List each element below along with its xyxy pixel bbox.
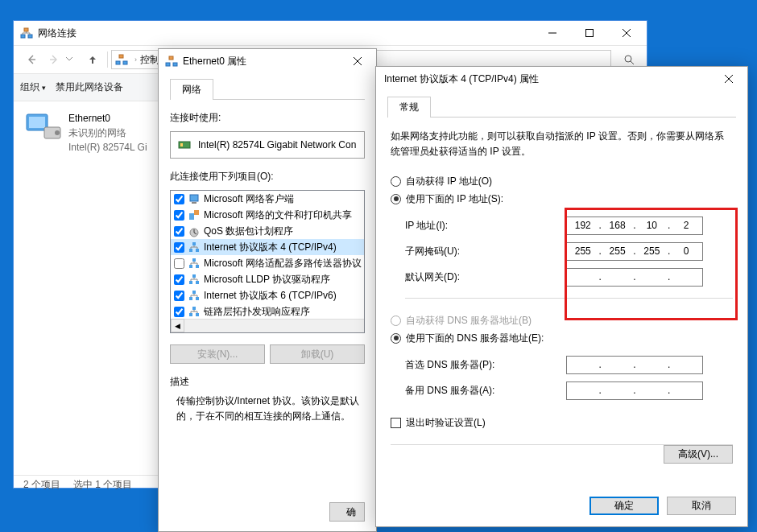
ok-button[interactable]: 确 <box>329 502 365 522</box>
component-item[interactable]: QoS 数据包计划程序 <box>171 223 364 239</box>
proto-icon <box>188 289 201 302</box>
component-label: Microsoft 网络适配器多路传送器协议 <box>204 257 362 270</box>
network-folder-icon <box>115 53 128 66</box>
ip-octet[interactable]: 2 <box>674 220 698 231</box>
advanced-button[interactable]: 高级(V)... <box>664 445 733 464</box>
svg-rect-2 <box>24 28 28 31</box>
subnet-mask-input[interactable]: 255.255.255.0 <box>566 242 703 261</box>
svg-rect-4 <box>586 30 594 37</box>
component-item[interactable]: Microsoft 网络的文件和打印机共享 <box>171 207 364 223</box>
share-icon <box>188 208 201 221</box>
uninstall-button[interactable]: 卸载(U) <box>270 344 365 364</box>
ok-button[interactable]: 确定 <box>589 497 659 515</box>
component-list[interactable]: Microsoft 网络客户端Microsoft 网络的文件和打印机共享QoS … <box>170 190 365 333</box>
svg-rect-44 <box>192 307 196 310</box>
window-title: 网络连接 <box>38 27 534 40</box>
svg-rect-37 <box>196 281 199 284</box>
ip-octet[interactable]: 255 <box>571 245 595 257</box>
titlebar[interactable]: Internet 协议版本 4 (TCP/IPv4) 属性 <box>376 67 747 91</box>
ip-address-input[interactable]: 192.168.10.2 <box>566 217 703 235</box>
radio-label: 自动获得 DNS 服务器地址(B) <box>406 314 532 328</box>
svg-rect-41 <box>192 291 196 294</box>
component-item[interactable]: Internet 协议版本 4 (TCP/IPv4) <box>171 239 364 255</box>
ip-octet[interactable]: 168 <box>606 220 630 231</box>
components-label: 此连接使用下列项目(O): <box>170 170 365 184</box>
validate-on-exit-checkbox[interactable]: 退出时验证设置(L) <box>391 416 733 430</box>
ethernet-adapter-icon <box>23 111 62 143</box>
organize-menu[interactable]: 组织▾ <box>20 80 46 94</box>
adapter-device: Intel(R) 82574L Gi <box>68 140 147 155</box>
close-button[interactable] <box>339 49 376 73</box>
help-text: 如果网络支持此功能，则可以获取自动指派的 IP 设置。否则，你需要从网络系统管理… <box>391 129 733 159</box>
component-item[interactable]: 链路层拓扑发现响应程序 <box>171 303 364 320</box>
proto-icon <box>188 305 201 318</box>
tab-strip: 网络 <box>170 81 365 100</box>
nav-up-icon[interactable] <box>81 54 104 65</box>
component-checkbox[interactable] <box>174 194 184 204</box>
disable-device-button[interactable]: 禁用此网络设备 <box>56 80 123 94</box>
network-icon <box>165 55 178 68</box>
description-text: 传输控制协议/Internet 协议。该协议是默认的，于在不同的相互连接的网络上… <box>170 394 365 424</box>
ip-octet[interactable]: 0 <box>674 245 698 257</box>
gateway-input[interactable]: ... <box>566 268 703 287</box>
titlebar[interactable]: Ethernet0 属性 <box>159 49 376 73</box>
svg-rect-38 <box>192 274 196 278</box>
svg-rect-27 <box>189 213 194 220</box>
svg-rect-34 <box>196 265 199 268</box>
close-button[interactable] <box>608 21 645 45</box>
nav-fwd-icon[interactable] <box>43 48 65 71</box>
dns-primary-input[interactable]: ... <box>566 356 703 374</box>
svg-rect-15 <box>29 117 45 128</box>
ip-octet[interactable]: 255 <box>606 245 630 257</box>
ip-octet[interactable]: 10 <box>639 220 664 231</box>
install-button[interactable]: 安装(N)... <box>170 344 265 364</box>
svg-rect-1 <box>28 35 32 38</box>
radio-dns-manual[interactable]: 使用下面的 DNS 服务器地址(E): <box>391 329 733 347</box>
radio-ip-manual[interactable]: 使用下面的 IP 地址(S): <box>391 190 733 208</box>
svg-rect-36 <box>189 281 192 284</box>
tab-general[interactable]: 常规 <box>387 97 431 118</box>
component-item[interactable]: Microsoft 网络客户端 <box>171 191 364 207</box>
radio-label: 自动获得 IP 地址(O) <box>406 175 492 188</box>
radio-icon <box>391 333 401 344</box>
checkbox-icon <box>391 418 401 428</box>
component-checkbox[interactable] <box>174 226 184 237</box>
svg-point-17 <box>55 130 60 135</box>
ip-octet[interactable]: 192 <box>571 220 595 231</box>
component-label: Microsoft 网络的文件和打印机共享 <box>204 208 352 222</box>
proto-icon <box>188 257 201 270</box>
component-item[interactable]: Internet 协议版本 6 (TCP/IPv6) <box>171 287 364 303</box>
component-checkbox[interactable] <box>174 291 184 301</box>
component-label: Microsoft LLDP 协议驱动程序 <box>204 273 330 287</box>
nav-back-icon[interactable] <box>20 48 43 71</box>
component-checkbox[interactable] <box>174 274 184 285</box>
minimize-button[interactable] <box>534 21 571 45</box>
svg-rect-20 <box>169 56 173 60</box>
close-button[interactable] <box>710 67 747 91</box>
nav-history-icon[interactable] <box>65 54 81 65</box>
ip-octet[interactable]: 255 <box>639 245 664 257</box>
component-checkbox[interactable] <box>174 242 184 253</box>
gateway-label: 默认网关(D): <box>405 270 566 284</box>
component-item[interactable]: Microsoft LLDP 协议驱动程序 <box>171 271 364 287</box>
component-item[interactable]: Microsoft 网络适配器多路传送器协议 <box>171 255 364 271</box>
dns-secondary-input[interactable]: ... <box>566 381 703 400</box>
dns-secondary-label: 备用 DNS 服务器(A): <box>405 384 566 398</box>
svg-rect-19 <box>173 63 177 66</box>
titlebar[interactable]: 网络连接 <box>14 21 647 45</box>
scrollbar[interactable] <box>184 319 364 332</box>
radio-ip-auto[interactable]: 自动获得 IP 地址(O) <box>391 172 733 190</box>
svg-rect-39 <box>189 297 192 300</box>
tab-network[interactable]: 网络 <box>170 79 213 100</box>
proto-icon <box>188 273 201 286</box>
component-checkbox[interactable] <box>174 210 184 221</box>
component-checkbox[interactable] <box>174 258 184 269</box>
component-label: Internet 协议版本 6 (TCP/IPv6) <box>204 289 337 303</box>
scroll-left-icon[interactable]: ◀ <box>171 319 184 332</box>
svg-rect-33 <box>189 265 192 268</box>
maximize-button[interactable] <box>571 21 608 45</box>
cancel-button[interactable]: 取消 <box>667 497 736 515</box>
svg-rect-0 <box>21 35 25 38</box>
component-checkbox[interactable] <box>174 307 184 317</box>
adapter-selector[interactable]: Intel(R) 82574L Gigabit Network Con <box>170 131 365 159</box>
